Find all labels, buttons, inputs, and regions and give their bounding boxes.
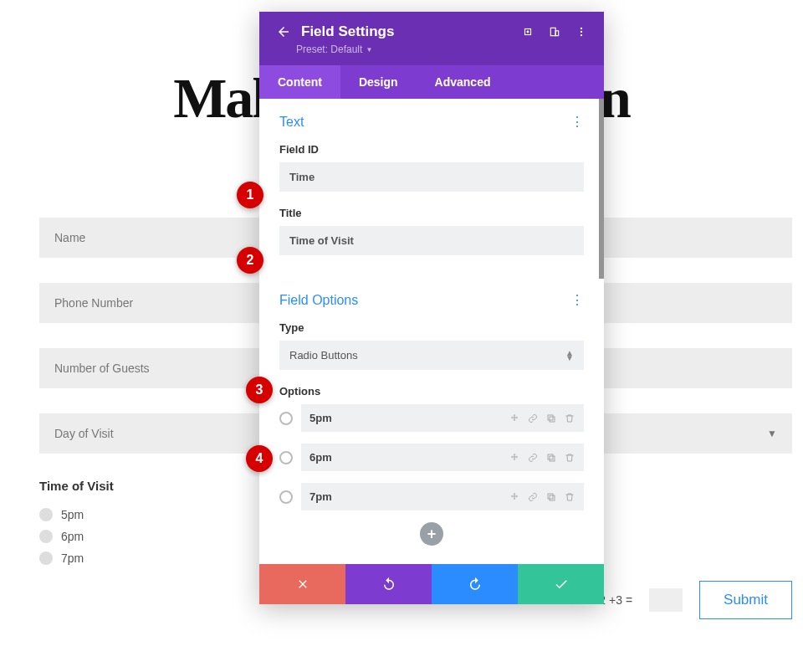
radio-label: 5pm — [61, 508, 84, 521]
field-options-section: Field Options ⋮ Type Radio Buttons ▲▼ Op… — [259, 277, 604, 564]
tab-design[interactable]: Design — [340, 65, 417, 99]
section-menu-icon[interactable]: ⋮ — [570, 292, 584, 308]
radio-icon — [39, 551, 53, 565]
trash-icon[interactable] — [564, 452, 575, 464]
link-icon[interactable] — [527, 413, 539, 424]
save-button[interactable] — [518, 564, 604, 604]
trash-icon[interactable] — [564, 491, 575, 503]
callout-badge-2: 2 — [237, 247, 263, 274]
caret-down-icon: ▼ — [767, 428, 777, 439]
svg-rect-12 — [548, 494, 553, 499]
svg-rect-3 — [555, 31, 559, 36]
field-settings-panel: Field Settings Preset: Default ▼ Content… — [259, 12, 604, 604]
text-section-title: Text — [279, 115, 304, 130]
duplicate-icon[interactable] — [545, 452, 557, 464]
title-label: Title — [279, 207, 584, 219]
day-select-label: Day of Visit — [54, 427, 114, 440]
move-icon[interactable] — [509, 452, 520, 464]
svg-rect-7 — [550, 417, 555, 422]
option-text: 5pm — [309, 412, 332, 424]
back-arrow-icon[interactable] — [276, 24, 291, 39]
option-radio[interactable] — [279, 412, 293, 425]
svg-point-6 — [581, 34, 582, 36]
callout-badge-3: 3 — [246, 377, 273, 403]
undo-button[interactable] — [345, 564, 432, 604]
type-value: Radio Buttons — [289, 349, 358, 362]
option-input[interactable]: 5pm — [301, 404, 584, 432]
cancel-button[interactable] — [259, 564, 345, 604]
type-select[interactable]: Radio Buttons ▲▼ — [279, 341, 584, 370]
field-options-title: Field Options — [279, 293, 358, 308]
captcha-row: 12 +3 = Submit — [593, 581, 792, 619]
option-text: 7pm — [309, 490, 332, 503]
select-arrows-icon: ▲▼ — [565, 351, 574, 361]
radio-icon — [39, 530, 53, 543]
radio-label: 7pm — [61, 551, 84, 565]
expand-icon[interactable] — [522, 26, 534, 38]
duplicate-icon[interactable] — [545, 491, 557, 503]
panel-header: Field Settings Preset: Default ▼ Content… — [259, 12, 604, 99]
option-input[interactable]: 6pm — [301, 444, 584, 471]
redo-button[interactable] — [432, 564, 518, 604]
caret-down-icon: ▼ — [366, 46, 372, 54]
responsive-icon[interactable] — [549, 26, 560, 38]
option-row: 7pm — [279, 483, 584, 510]
link-icon[interactable] — [527, 452, 539, 464]
panel-title: Field Settings — [301, 23, 512, 40]
field-id-label: Field ID — [279, 143, 584, 156]
trash-icon[interactable] — [564, 413, 575, 424]
field-id-input[interactable] — [279, 162, 584, 192]
svg-rect-10 — [548, 454, 553, 459]
duplicate-icon[interactable] — [545, 413, 557, 424]
panel-tabs: Content Design Advanced — [259, 65, 604, 99]
svg-rect-8 — [548, 415, 553, 420]
move-icon[interactable] — [509, 491, 520, 503]
more-icon[interactable] — [575, 26, 587, 38]
text-section: Text ⋮ Field ID Title — [259, 99, 604, 277]
callout-badge-1: 1 — [237, 182, 263, 208]
callout-badge-4: 4 — [246, 445, 273, 472]
submit-button[interactable]: Submit — [699, 581, 792, 619]
option-row: 5pm — [279, 404, 584, 432]
link-icon[interactable] — [527, 491, 539, 503]
svg-rect-2 — [550, 28, 555, 35]
svg-point-5 — [581, 31, 582, 33]
type-label: Type — [279, 321, 584, 334]
option-input[interactable]: 7pm — [301, 483, 584, 510]
radio-icon — [39, 508, 53, 521]
preset-dropdown[interactable]: Preset: Default ▼ — [259, 44, 604, 65]
title-input[interactable] — [279, 226, 584, 255]
svg-point-1 — [527, 31, 529, 33]
options-label: Options — [279, 385, 584, 398]
option-text: 6pm — [309, 451, 332, 464]
svg-rect-11 — [550, 495, 555, 500]
tab-content[interactable]: Content — [259, 65, 340, 99]
captcha-input[interactable] — [649, 588, 683, 612]
svg-point-4 — [581, 28, 582, 29]
add-option-button[interactable]: + — [420, 522, 443, 546]
preset-label: Preset: Default — [296, 44, 362, 55]
panel-body: Text ⋮ Field ID Title Field Options ⋮ Ty… — [259, 99, 604, 564]
section-menu-icon[interactable]: ⋮ — [570, 114, 584, 130]
radio-label: 6pm — [61, 530, 84, 543]
panel-footer — [259, 564, 604, 604]
option-row: 6pm — [279, 444, 584, 471]
scrollbar[interactable] — [599, 99, 604, 279]
option-radio[interactable] — [279, 451, 293, 464]
tab-advanced[interactable]: Advanced — [417, 65, 509, 99]
svg-rect-9 — [550, 456, 555, 461]
option-radio[interactable] — [279, 490, 293, 504]
move-icon[interactable] — [509, 413, 520, 424]
